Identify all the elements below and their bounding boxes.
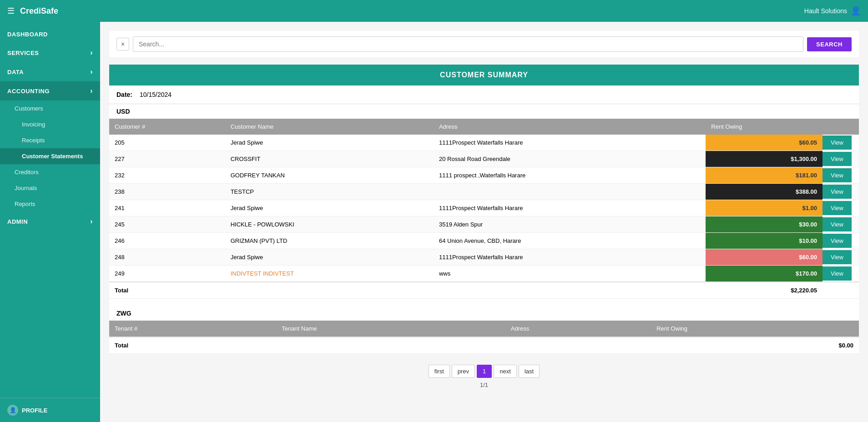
sidebar-item-services[interactable]: SERVICES <box>0 43 100 62</box>
customer-id: 205 <box>109 135 225 151</box>
page-current-button[interactable]: 1 <box>477 365 492 378</box>
customer-id: 248 <box>109 249 225 266</box>
usd-table: Customer # Customer Name Adress Rent Owi… <box>109 119 859 299</box>
search-clear-button[interactable]: × <box>116 38 129 50</box>
view-cell: View <box>823 151 859 167</box>
view-button[interactable]: View <box>823 217 852 231</box>
date-label: Date: <box>116 91 132 98</box>
accounting-chevron <box>90 87 93 95</box>
customer-name: GODFREY TANKAN <box>225 167 434 184</box>
customer-address: 1111 prospect ,Waterfalls Harare <box>434 167 706 184</box>
col-tenant-rent-owing: Rent Owing <box>651 321 859 337</box>
rent-amount: $1,300.00 <box>706 151 823 167</box>
table-row: 205 Jerad Spiwe 1111Prospect Waterfalls … <box>109 135 859 151</box>
page-prev-button[interactable]: prev <box>452 365 475 378</box>
sidebar-item-customer-statements[interactable]: Customer Statements <box>0 148 100 164</box>
usd-label: USD <box>109 104 859 119</box>
sidebar-item-creditors[interactable]: Creditors <box>0 164 100 180</box>
view-cell: View <box>823 233 859 249</box>
customer-name: INDIVTEST INDIVTEST <box>225 266 434 282</box>
col-customer-name: Customer Name <box>225 119 434 135</box>
view-cell: View <box>823 266 859 282</box>
view-button[interactable]: View <box>823 185 852 199</box>
summary-meta: Date: 10/15/2024 <box>109 85 859 104</box>
pagination-info: 1/1 <box>480 382 488 388</box>
col-rent-owing: Rent Owing <box>706 119 823 135</box>
view-cell: View <box>823 200 859 216</box>
rent-amount: $30.00 <box>706 216 823 233</box>
usd-total-row: Total $2,220.05 <box>109 282 859 299</box>
view-button[interactable]: View <box>823 250 852 264</box>
sidebar-item-admin[interactable]: ADMIN <box>0 212 100 231</box>
services-chevron <box>90 49 93 57</box>
col-customer-num: Customer # <box>109 119 225 135</box>
topbar-right: Hault Solutions 👤 <box>804 6 861 16</box>
usd-total-amount: $2,220.05 <box>706 282 823 299</box>
customer-address: 3519 Alden Spur <box>434 216 706 233</box>
customer-id: 246 <box>109 233 225 249</box>
zwg-total-label: Total <box>109 337 276 354</box>
view-button[interactable]: View <box>823 168 852 182</box>
customer-id: 238 <box>109 184 225 200</box>
sidebar-item-accounting[interactable]: ACCOUNTING <box>0 81 100 100</box>
col-tenant-num: Tenant # <box>109 321 276 337</box>
sidebar: DASHBOARD SERVICES DATA ACCOUNTING Custo… <box>0 0 100 422</box>
zwg-label: ZWG <box>109 306 859 321</box>
customer-name: GRIZMAN (PVT) LTD <box>225 233 434 249</box>
view-button[interactable]: View <box>823 136 852 150</box>
hamburger-icon[interactable]: ☰ <box>7 6 15 16</box>
search-button[interactable]: SEARCH <box>807 37 852 51</box>
sidebar-item-reports[interactable]: Reports <box>0 196 100 212</box>
user-icon[interactable]: 👤 <box>851 6 861 16</box>
rent-amount: $60.05 <box>706 135 823 151</box>
zwg-total-row: Total $0.00 <box>109 337 859 354</box>
pagination-buttons: first prev 1 next last <box>429 365 540 378</box>
search-input[interactable] <box>133 36 803 52</box>
sidebar-item-invoicing[interactable]: Invoicing <box>0 116 100 132</box>
rent-amount: $181.00 <box>706 167 823 184</box>
col-tenant-name: Tenant Name <box>276 321 505 337</box>
customer-name: HICKLE - POWLOWSKI <box>225 216 434 233</box>
table-row: 238 TESTCP $388.00 View <box>109 184 859 200</box>
page-last-button[interactable]: last <box>519 365 540 378</box>
page-first-button[interactable]: first <box>429 365 450 378</box>
company-name: Hault Solutions <box>804 7 847 15</box>
sidebar-item-customers[interactable]: Customers <box>0 100 100 116</box>
customer-name: CROSSFIT <box>225 151 434 167</box>
customer-name: Jerad Spiwe <box>225 135 434 151</box>
data-chevron <box>90 68 93 76</box>
view-cell: View <box>823 184 859 200</box>
view-cell: View <box>823 249 859 266</box>
view-button[interactable]: View <box>823 234 852 248</box>
view-button[interactable]: View <box>823 266 852 281</box>
page-next-button[interactable]: next <box>494 365 517 378</box>
sidebar-item-dashboard[interactable]: DASHBOARD <box>0 25 100 43</box>
rent-amount: $170.00 <box>706 266 823 282</box>
customer-name: Jerad Spiwe <box>225 200 434 216</box>
view-cell: View <box>823 167 859 184</box>
customer-address: 1111Prospect Waterfalls Harare <box>434 249 706 266</box>
rent-amount: $10.00 <box>706 233 823 249</box>
zwg-table: Tenant # Tenant Name Adress Rent Owing T… <box>109 321 859 354</box>
customer-summary-block: CUSTOMER SUMMARY Date: 10/15/2024 USD Cu… <box>109 65 859 354</box>
date-value: 10/15/2024 <box>140 91 172 98</box>
view-button[interactable]: View <box>823 201 852 215</box>
sidebar-item-receipts[interactable]: Receipts <box>0 132 100 148</box>
sidebar-footer-profile[interactable]: 👤 PROFILE <box>0 398 100 422</box>
customer-address: 64 Union Avenue, CBD, Harare <box>434 233 706 249</box>
brand-name: CrediSafe <box>20 6 58 16</box>
sidebar-item-journals[interactable]: Journals <box>0 180 100 196</box>
profile-circle-icon: 👤 <box>7 405 18 416</box>
summary-title: CUSTOMER SUMMARY <box>109 65 859 85</box>
customer-address: 1111Prospect Waterfalls Harare <box>434 135 706 151</box>
customer-id: 227 <box>109 151 225 167</box>
customer-name: TESTCP <box>225 184 434 200</box>
table-row: 227 CROSSFIT 20 Rossal Road Greendale $1… <box>109 151 859 167</box>
view-button[interactable]: View <box>823 152 852 166</box>
sidebar-item-data[interactable]: DATA <box>0 62 100 81</box>
topbar: ☰ CrediSafe Hault Solutions 👤 <box>0 0 868 22</box>
table-row: 246 GRIZMAN (PVT) LTD 64 Union Avenue, C… <box>109 233 859 249</box>
search-bar: × SEARCH <box>109 31 859 57</box>
customer-address: wws <box>434 266 706 282</box>
rent-amount: $1.00 <box>706 200 823 216</box>
